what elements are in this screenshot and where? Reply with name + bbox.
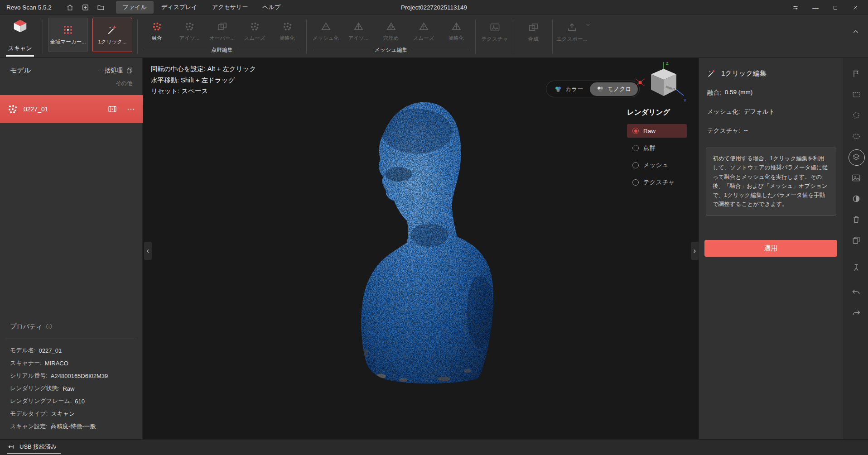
color-dots-icon	[554, 85, 562, 93]
navigation-cube[interactable]: Z RIGHT Y	[633, 60, 693, 108]
fusion-value: 0.59 (mm)	[725, 89, 753, 96]
image-adjust-icon[interactable]	[847, 168, 865, 188]
settings-sliders-icon[interactable]	[786, 0, 805, 15]
trash-icon[interactable]	[847, 209, 865, 230]
pc-smooth-button[interactable]: スムーズ	[238, 17, 271, 46]
rect-select-icon[interactable]	[847, 84, 865, 105]
info-icon[interactable]: ⓘ	[46, 323, 52, 331]
title-bar: Revo Scan 5.5.2 ファイル ディスプレイ アクセサリー ヘルプ P…	[0, 0, 868, 15]
layers-icon[interactable]	[847, 147, 865, 168]
axis-y-label: Y	[684, 98, 686, 103]
pc-overlap-button[interactable]: オーバー...	[206, 17, 238, 46]
fusion-param-row: 融合: 0.59 (mm)	[707, 89, 835, 108]
right-panel-collapse-handle[interactable]: ›	[691, 242, 699, 260]
model-sidebar: モデル 一括処理 その他 0227_01 ⋯ プロパティ ⓘ モデル名:0227…	[0, 58, 143, 439]
new-project-icon[interactable]	[79, 1, 92, 13]
fusion-button[interactable]: 融合	[140, 17, 173, 46]
mono-dots-icon	[596, 85, 604, 93]
scan-tab[interactable]: スキャン	[0, 17, 40, 57]
merge-button[interactable]: 合成	[517, 18, 550, 47]
property-value: スキャン	[51, 410, 75, 418]
pc-simplify-button[interactable]: 簡略化	[271, 17, 304, 46]
menu-accessories[interactable]: アクセサリー	[205, 1, 255, 14]
maximize-button[interactable]	[825, 0, 845, 15]
frames-film-icon[interactable]	[107, 105, 118, 114]
status-bar: USB 接続済み	[0, 439, 868, 455]
model-list-item-selected[interactable]: 0227_01 ⋯	[0, 95, 143, 123]
export-button[interactable]: エクスポー...	[555, 18, 588, 47]
menu-help[interactable]: ヘルプ	[256, 1, 287, 14]
polygon-select-icon[interactable]	[847, 105, 865, 126]
sidebar-collapse-handle[interactable]: ‹	[144, 242, 152, 260]
scanned-bust-model	[349, 100, 496, 384]
property-value: A24800165D6I02M39	[51, 373, 108, 379]
pin-stand-icon[interactable]	[847, 257, 865, 278]
toolbar-separator	[306, 19, 307, 54]
hint-pan: 水平移動: Shift + 左ドラッグ	[151, 75, 256, 86]
render-option-raw[interactable]: Raw	[627, 124, 687, 138]
close-button[interactable]	[845, 0, 865, 15]
color-toggle-option[interactable]: カラー	[548, 82, 590, 96]
dot-cluster-icon	[184, 21, 195, 32]
undo-icon[interactable]	[847, 282, 865, 302]
scan-tab-label: スキャン	[8, 44, 32, 53]
3d-viewport[interactable]: 回転の中心を設定: Alt + 左クリック 水平移動: Shift + 左ドラッ…	[143, 58, 699, 439]
properties-divider	[5, 339, 137, 339]
mono-toggle-option[interactable]: モノクロ	[590, 82, 638, 96]
chevron-up-icon	[852, 28, 859, 35]
property-label: スキャナー:	[10, 359, 42, 367]
triangle-mesh-icon	[451, 21, 462, 32]
property-value: Raw	[63, 385, 74, 392]
hole-fill-button[interactable]: 穴埋め	[375, 17, 407, 46]
mesh-simplify-button[interactable]: 簡略化	[440, 17, 473, 46]
global-marker-button[interactable]: 全域マーカー...	[48, 18, 88, 52]
panel-title: 1クリック編集	[721, 69, 767, 78]
hint-reset: リセット: スペース	[151, 86, 256, 97]
ellipse-select-icon[interactable]	[847, 126, 865, 147]
property-label: スキャン設定:	[10, 422, 48, 431]
home-icon[interactable]	[64, 1, 77, 13]
hint-rotate: 回転の中心を設定: Alt + 左クリック	[151, 63, 256, 75]
dot-cluster-icon	[282, 21, 293, 32]
menu-display[interactable]: ディスプレイ	[154, 1, 204, 14]
toolbar-separator	[514, 19, 514, 54]
texture-button[interactable]: テクスチャ	[478, 18, 511, 47]
duplicate-icon[interactable]	[847, 230, 865, 251]
toolbar-collapse-button[interactable]	[847, 25, 864, 38]
project-title: Project02272025113149	[401, 0, 467, 15]
mesh-isolation-button[interactable]: アイソ...	[342, 17, 375, 46]
radio-icon	[632, 162, 639, 168]
property-row: モデル名:0227_01	[10, 344, 139, 357]
viewport-hints: 回転の中心を設定: Alt + 左クリック 水平移動: Shift + 左ドラッ…	[151, 63, 256, 97]
magic-wand-icon	[107, 24, 118, 35]
menu-file[interactable]: ファイル	[116, 1, 154, 14]
model-item-menu-icon[interactable]: ⋯	[127, 104, 135, 114]
batch-process-button[interactable]: 一括処理	[98, 67, 133, 75]
open-project-icon[interactable]	[95, 1, 107, 13]
rendering-title: レンダリング	[627, 108, 687, 117]
minimize-button[interactable]: —	[805, 0, 825, 15]
redo-icon[interactable]	[847, 302, 865, 323]
export-dropdown-chevron-icon[interactable]	[585, 22, 591, 28]
property-label: レンダリング状態:	[10, 384, 59, 393]
texture-value: --	[744, 127, 748, 134]
usb-status[interactable]: USB 接続済み	[7, 441, 61, 454]
flag-icon[interactable]	[847, 63, 865, 84]
pc-isolation-button[interactable]: アイソ...	[173, 17, 206, 46]
toolbar-separator	[43, 19, 43, 54]
usb-status-label: USB 接続済み	[19, 443, 57, 451]
property-label: モデルタイプ:	[10, 410, 48, 418]
revo-scan-window: Revo Scan 5.5.2 ファイル ディスプレイ アクセサリー ヘルプ P…	[0, 0, 868, 455]
property-row: レンダリング状態:Raw	[10, 382, 139, 395]
mesh-button[interactable]: メッシュ化	[309, 17, 342, 46]
apply-button[interactable]: 適用	[704, 240, 837, 257]
render-option-pointcloud[interactable]: 点群	[627, 141, 687, 155]
render-option-mesh[interactable]: メッシュ	[627, 158, 687, 172]
render-option-texture[interactable]: テクスチャ	[627, 176, 687, 189]
property-row: レンダリングフレーム:610	[10, 395, 139, 407]
contrast-icon[interactable]	[847, 188, 865, 209]
mesh-smooth-button[interactable]: スムーズ	[407, 17, 440, 46]
one-click-edit-button[interactable]: 1クリック...	[92, 18, 132, 52]
texture-param-row: テクスチャ: --	[707, 127, 835, 146]
main-toolbar: スキャン 全域マーカー... 1クリック... 融合 アイソ...	[0, 15, 868, 58]
